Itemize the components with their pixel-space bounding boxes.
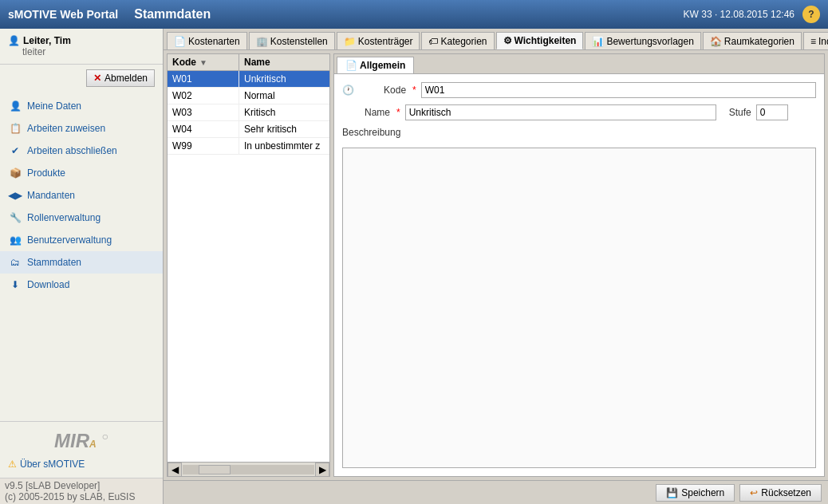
inner-content: Kode ▼ Name W01 Unkritisch W02 Normal [164, 50, 828, 480]
name-field-row: Name * Stufe [342, 104, 816, 120]
kostenarten-icon: 📄 [174, 36, 186, 47]
about-label: Über sMOTIVE [20, 459, 85, 470]
tab-label: Raumkategorien [724, 36, 794, 47]
save-button[interactable]: 💾 Speichern [656, 484, 735, 502]
version-strip: v9.5 [sLAB Developer] (c) 2005-2015 by s… [0, 478, 163, 504]
sidebar-item-download[interactable]: ⬇ Download [0, 274, 163, 296]
bewertungsvorlagen-icon: 📊 [592, 36, 604, 47]
mira-logo: MIRA ○ [8, 430, 155, 452]
col-kode-header: Kode ▼ [168, 54, 239, 70]
tab-kostentraeger[interactable]: 📁 Kostenträger [337, 32, 420, 49]
list-row[interactable]: W02 Normal [168, 88, 329, 104]
scroll-track[interactable] [183, 465, 314, 474]
detail-tab-allgemein[interactable]: 📄 Allgemein [337, 57, 414, 73]
tab-label: Kostenarten [188, 36, 240, 47]
sidebar-item-label: Arbeiten abschließen [27, 145, 117, 156]
tab-label: Kostenträger [358, 36, 413, 47]
row-kode: W01 [168, 71, 239, 87]
row-kode: W99 [168, 138, 239, 154]
detail-content: 🕐 Kode * Name * Stufe Beschreibung [334, 74, 824, 476]
list-row[interactable]: W01 Unkritisch [168, 71, 329, 88]
col-name-header: Name [239, 54, 329, 70]
sidebar-item-label: Arbeiten zuweisen [27, 123, 105, 134]
row-name: Sehr kritisch [239, 121, 329, 137]
sidebar-item-rollenverwaltung[interactable]: 🔧 Rollenverwaltung [0, 207, 163, 229]
clock-icon: 🕐 [342, 85, 354, 96]
detail-tab-label: Allgemein [360, 60, 405, 71]
scroll-left-button[interactable]: ◀ [168, 463, 182, 477]
sidebar-item-stammdaten[interactable]: 🗂 Stammdaten [0, 251, 163, 274]
produkte-icon: 📦 [8, 166, 22, 180]
tab-kategorien[interactable]: 🏷 Kategorien [421, 32, 494, 49]
name-input[interactable] [405, 104, 716, 120]
tab-label: Wichtigkeiten [515, 35, 577, 46]
beschreibung-label: Beschreibung [342, 127, 816, 138]
save-label: Speichern [681, 487, 724, 498]
sidebar-item-mandanten[interactable]: ◀▶ Mandanten [0, 184, 163, 207]
sidebar-item-label: Download [27, 279, 69, 290]
sidebar-item-meine-daten[interactable]: 👤 Meine Daten [0, 95, 163, 117]
user-sub: tleiter [8, 46, 155, 57]
scroll-right-button[interactable]: ▶ [315, 463, 329, 477]
user-name: Leiter, Tim [23, 35, 71, 46]
tab-indexe[interactable]: ≡ Indexe [803, 32, 828, 49]
row-name: Kritisch [239, 104, 329, 120]
raumkategorien-icon: 🏠 [710, 36, 722, 47]
tab-label: Kostenstellen [270, 36, 328, 47]
about-link[interactable]: ⚠ Über sMOTIVE [8, 459, 155, 470]
scroll-thumb [199, 465, 231, 474]
help-button[interactable]: ? [802, 6, 820, 23]
indexe-icon: ≡ [810, 36, 816, 47]
sidebar-item-benutzerverwaltung[interactable]: 👥 Benutzerverwaltung [0, 229, 163, 251]
beschreibung-textarea[interactable] [342, 148, 816, 468]
logout-button[interactable]: ✕ Abmelden [86, 69, 155, 87]
tab-kostenarten[interactable]: 📄 Kostenarten [167, 32, 247, 49]
list-header: Kode ▼ Name [168, 54, 329, 71]
tab-label: Bewertungsvorlagen [606, 36, 693, 47]
reset-icon: ↩ [750, 487, 758, 498]
sidebar-item-arbeiten-abschliessen[interactable]: ✔ Arbeiten abschließen [0, 140, 163, 162]
kostentraeger-icon: 📁 [344, 36, 356, 47]
row-kode: W04 [168, 121, 239, 137]
name-label: Name [342, 107, 390, 118]
tab-bewertungsvorlagen[interactable]: 📊 Bewertungsvorlagen [585, 32, 700, 49]
sidebar-item-produkte[interactable]: 📦 Produkte [0, 162, 163, 184]
list-row[interactable]: W99 In unbestimmter z [168, 138, 329, 155]
benutzerverwaltung-icon: 👥 [8, 233, 22, 247]
reset-button[interactable]: ↩ Rücksetzen [739, 484, 822, 502]
detail-tabs: 📄 Allgemein [334, 54, 824, 74]
list-row[interactable]: W03 Kritisch [168, 104, 329, 121]
version-text: v9.5 [sLAB Developer] [5, 480, 158, 491]
list-scrollbar: ◀ ▶ [168, 462, 329, 476]
sidebar-item-label: Mandanten [27, 190, 75, 201]
detail-panel: 📄 Allgemein 🕐 Kode * Name * [333, 53, 825, 477]
sidebar-item-label: Produkte [27, 167, 65, 179]
wichtigkeiten-icon: ⚙ [503, 35, 512, 46]
row-name: In unbestimmter z [239, 138, 329, 154]
content-area: 📄 Kostenarten 🏢 Kostenstellen 📁 Kostentr… [164, 29, 828, 504]
kode-input[interactable] [421, 82, 816, 98]
sidebar: 👤 Leiter, Tim tleiter ✕ Abmelden 👤 Meine… [0, 29, 164, 504]
sort-icon: ▼ [199, 58, 207, 67]
sidebar-item-label: Benutzerverwaltung [27, 234, 112, 246]
user-icon: 👤 [8, 35, 20, 46]
tab-label: Indexe [818, 36, 828, 47]
about-icon: ⚠ [8, 459, 17, 470]
mandanten-icon: ◀▶ [8, 188, 22, 203]
sidebar-item-arbeiten-zuweisen[interactable]: 📋 Arbeiten zuweisen [0, 117, 163, 140]
kode-required-mark: * [412, 85, 416, 96]
app-logo: sMOTIVE Web Portal [8, 8, 118, 21]
stufe-input[interactable] [756, 104, 788, 120]
page-title: Stammdaten [134, 7, 683, 22]
list-row[interactable]: W04 Sehr kritisch [168, 121, 329, 138]
logout-icon: ✕ [93, 73, 101, 84]
tab-wichtigkeiten[interactable]: ⚙ Wichtigkeiten [496, 32, 584, 49]
kode-label: Kode [361, 85, 406, 96]
reset-label: Rücksetzen [761, 487, 811, 498]
row-kode: W02 [168, 88, 239, 104]
tab-kostenstellen[interactable]: 🏢 Kostenstellen [249, 32, 335, 49]
tab-raumkategorien[interactable]: 🏠 Raumkategorien [703, 32, 802, 49]
tab-label: Kategorien [440, 36, 487, 47]
stufe-label: Stufe [729, 107, 751, 118]
arbeiten-abschliessen-icon: ✔ [8, 144, 22, 158]
